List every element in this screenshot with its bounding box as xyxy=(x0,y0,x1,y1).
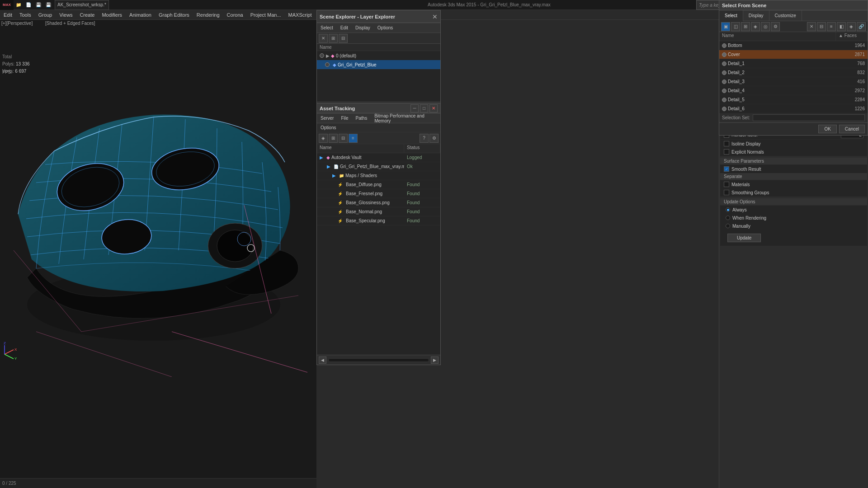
mod-isoline-checkbox[interactable] xyxy=(724,141,729,146)
se-menu-edit[interactable]: Edit xyxy=(337,23,352,33)
at-tool-1[interactable]: ◈ xyxy=(319,134,328,143)
sfs-collapse-btn[interactable]: ◧ xyxy=(837,22,846,31)
sfs-tool-6[interactable]: ⚙ xyxy=(771,22,780,31)
sfs-item-detail3[interactable]: Detail_3 416 xyxy=(719,77,868,86)
se-menu-display[interactable]: Display xyxy=(352,23,374,33)
sfs-item-detail2[interactable]: Detail_2 832 xyxy=(719,68,868,77)
at-item-glossiness-status: Found xyxy=(404,200,440,205)
at-menu-file[interactable]: File xyxy=(337,113,352,123)
at-item-vault[interactable]: ▶ ◆ Autodesk Vault Logged xyxy=(317,153,440,162)
sfs-link-btn[interactable]: 🔗 xyxy=(857,22,866,31)
viewport-shading-label[interactable]: [Shaded + Edged Faces] xyxy=(45,21,95,26)
sfs-item-cover[interactable]: Cover 2871 xyxy=(719,50,868,59)
at-item-fresnel[interactable]: ⚡ Base_Fresnel.png Found xyxy=(317,189,440,198)
sfs-tool-4[interactable]: ◈ xyxy=(751,22,760,31)
asset-tracking-panel: Asset Tracking ─ □ ✕ Server File Paths B… xyxy=(316,103,441,365)
sfs-item-bottom[interactable]: Bottom 1964 xyxy=(719,41,868,50)
viewport-bottom-bar: 0 / 225 xyxy=(0,478,316,488)
toolbar-new-btn[interactable]: 📄 xyxy=(24,0,33,10)
at-item-diffuse-status: Found xyxy=(404,182,440,187)
sfs-tab-select[interactable]: Select xyxy=(719,10,743,21)
menu-graph-editors[interactable]: Graph Editors xyxy=(155,10,193,20)
menu-create[interactable]: Create xyxy=(76,10,98,20)
mod-always-radio[interactable] xyxy=(726,207,730,212)
at-tool-3[interactable]: ⊟ xyxy=(339,134,348,143)
sfs-tab-display[interactable]: Display xyxy=(743,10,769,21)
sfs-item-detail4[interactable]: Detail_4 2972 xyxy=(719,86,868,95)
se-layer-default[interactable]: ▶ ◆ 0 (default) xyxy=(317,51,440,60)
menu-project-man[interactable]: Project Man... xyxy=(247,10,285,20)
at-scroll-right[interactable]: ▶ xyxy=(431,357,439,364)
toolbar-file-tab[interactable]: AK_Screenshot_wrksp.* xyxy=(55,0,109,10)
fps-box: FPS: xyxy=(2,70,12,75)
mod-manually-radio[interactable] xyxy=(726,224,730,228)
sfs-item-detail5[interactable]: Detail_5 2284 xyxy=(719,95,868,104)
sfs-search-btn[interactable]: ✕ xyxy=(807,22,816,31)
menu-tools[interactable]: Tools xyxy=(16,10,35,20)
se-menu-select[interactable]: Select xyxy=(317,23,337,33)
mod-smoothing-groups-label: Smoothing Groups xyxy=(731,190,863,195)
mod-materials-checkbox[interactable] xyxy=(724,182,729,187)
sfs-item-detail1[interactable]: Detail_1 768 xyxy=(719,59,868,68)
at-tool-2[interactable]: ⊞ xyxy=(329,134,338,143)
at-item-glossiness[interactable]: ⚡ Base_Glossiness.png Found xyxy=(317,198,440,207)
menu-edit[interactable]: Edit xyxy=(0,10,16,20)
at-item-diffuse[interactable]: ⚡ Base_Diffuse.png Found xyxy=(317,180,440,189)
at-item-specular[interactable]: ⚡ Base_Specular.png Found xyxy=(317,216,440,225)
sfs-tool-1[interactable]: ▣ xyxy=(721,22,730,31)
sfs-selection-set-input[interactable] xyxy=(753,114,865,121)
mod-always-label: Always xyxy=(732,207,862,212)
sfs-expand-btn[interactable]: ≡ xyxy=(827,22,836,31)
sfs-filter-btn[interactable]: ⊟ xyxy=(817,22,826,31)
at-scrollbar[interactable] xyxy=(328,358,429,362)
se-tool-collapse[interactable]: ⊟ xyxy=(339,34,348,43)
menu-animation[interactable]: Animation xyxy=(126,10,155,20)
se-tool-filter[interactable]: ✕ xyxy=(319,34,328,43)
se-menu-options[interactable]: Options xyxy=(374,23,396,33)
at-tool-4[interactable]: ≡ xyxy=(349,134,358,143)
toolbar-file-btn[interactable]: 📁 xyxy=(14,0,24,10)
sfs-pin-btn[interactable]: ◈ xyxy=(847,22,856,31)
sfs-tab-customize[interactable]: Customize xyxy=(769,10,802,21)
at-item-normal[interactable]: ⚡ Base_Normal.png Found xyxy=(317,207,440,216)
sfs-cancel-btn[interactable]: Cancel xyxy=(839,125,865,133)
viewport-corner-label[interactable]: [+][Perspective] xyxy=(1,21,33,26)
menu-modifiers[interactable]: Modifiers xyxy=(98,10,126,20)
toolbar-open-btn[interactable]: 💾 xyxy=(33,0,43,10)
sfs-tool-3[interactable]: ⊞ xyxy=(741,22,750,31)
at-close-btn[interactable]: ✕ xyxy=(429,104,438,113)
sfs-item-detail6[interactable]: Detail_6 1226 xyxy=(719,104,868,113)
at-item-maxfile[interactable]: ▶ 📄 Gri_Gri_Petzl_Blue_max_vray.max Ok xyxy=(317,162,440,171)
menu-maxscript[interactable]: MAXScript xyxy=(285,10,316,20)
menu-corona[interactable]: Corona xyxy=(223,10,247,20)
mod-when-rendering-radio[interactable] xyxy=(726,216,730,220)
at-menu-server[interactable]: Server xyxy=(317,113,337,123)
mod-explicit-normals-checkbox[interactable] xyxy=(724,149,729,155)
toolbar-save-btn[interactable]: 💾 xyxy=(43,0,53,10)
sfs-item-detail2-name: Detail_2 xyxy=(719,70,840,75)
sfs-tool-2[interactable]: ◫ xyxy=(731,22,740,31)
at-menu-bitmap[interactable]: Bitmap Performance and Memory xyxy=(371,113,440,123)
mod-smooth-result-row: ✓ Smooth Result xyxy=(720,165,867,173)
mod-smooth-result-checkbox[interactable]: ✓ xyxy=(724,166,729,172)
menu-rendering[interactable]: Rendering xyxy=(193,10,223,20)
at-minimize-btn[interactable]: ─ xyxy=(410,104,419,113)
se-object-grigri[interactable]: ◆ Gri_Gri_Petzl_Blue xyxy=(317,60,440,69)
scene-explorer-close-btn[interactable]: ✕ xyxy=(432,13,438,20)
mod-update-btn[interactable]: Update xyxy=(727,234,761,242)
se-tool-expand[interactable]: ⊞ xyxy=(329,34,338,43)
at-item-maps[interactable]: ▶ 📁 Maps / Shaders xyxy=(317,171,440,180)
at-tool-settings[interactable]: ⚙ xyxy=(429,134,439,143)
menu-views[interactable]: Views xyxy=(56,10,76,20)
at-options-label[interactable]: Options xyxy=(321,125,336,130)
at-maximize-btn[interactable]: □ xyxy=(420,104,428,113)
sfs-tool-5[interactable]: ◎ xyxy=(761,22,770,31)
at-tool-help[interactable]: ? xyxy=(420,134,429,143)
at-menu-paths[interactable]: Paths xyxy=(352,113,371,123)
menu-group[interactable]: Group xyxy=(35,10,56,20)
at-item-specular-status: Found xyxy=(404,218,440,223)
scene-explorer-title: Scene Explorer - Layer Explorer xyxy=(320,14,395,19)
mod-smoothing-groups-checkbox[interactable] xyxy=(724,190,729,195)
sfs-ok-btn[interactable]: OK xyxy=(818,125,836,133)
at-scroll-left[interactable]: ◀ xyxy=(319,357,326,364)
